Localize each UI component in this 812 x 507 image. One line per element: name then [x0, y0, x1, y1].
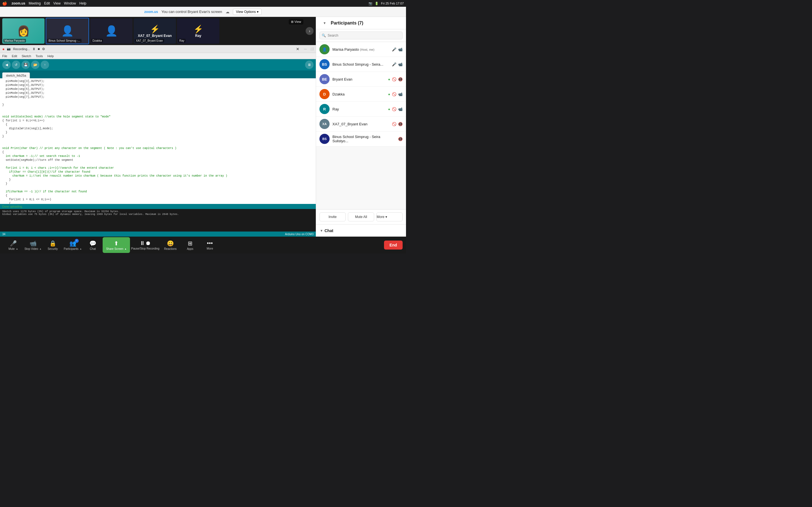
- ide-board-info: Arduino Uno on COM3: [285, 233, 313, 236]
- mic-icon-binus1[interactable]: 🎤: [392, 62, 396, 66]
- code-line: digitalWrite(seg[i],mode);: [2, 127, 313, 131]
- strip-next-arrow[interactable]: ›: [306, 27, 313, 35]
- toolbar-share-screen[interactable]: ⬆ Share Screen ▲: [103, 237, 130, 253]
- video-off-icon-ray[interactable]: 📹: [398, 107, 403, 111]
- close-button[interactable]: ✕: [296, 47, 299, 51]
- app-name[interactable]: zoom.us: [11, 1, 26, 5]
- participant-controls-bryant: ● 🚫 📵: [388, 77, 403, 81]
- avatar-bryant: BE: [319, 74, 329, 84]
- settings-icon[interactable]: ⚙: [42, 47, 45, 51]
- thumb-label-marisa: Marisa Paryasto: [3, 39, 26, 43]
- console-line-2: Global variables use 75 bytes (3%) of dy…: [2, 213, 313, 216]
- fullscreen-icon[interactable]: ⬜: [310, 47, 313, 50]
- view-options-button[interactable]: View Options ▾: [233, 9, 262, 15]
- avatar-dzakka: D: [319, 89, 329, 99]
- share-caret[interactable]: ▲: [124, 247, 126, 250]
- ide-save1-btn[interactable]: 💾: [21, 61, 30, 69]
- apple-icon[interactable]: 🍎: [2, 1, 7, 6]
- end-button[interactable]: End: [384, 240, 403, 249]
- ide-refresh-btn[interactable]: ↺: [12, 61, 20, 69]
- menu-window[interactable]: Window: [64, 1, 76, 5]
- toolbar-reactions[interactable]: 😀 Reactions: [160, 237, 180, 253]
- video-off-icon-bryant[interactable]: 📵: [398, 77, 403, 81]
- video-off-icon-dzakka[interactable]: 📹: [398, 92, 403, 96]
- participant-name-xa7: XA7_07_Bryant Evan: [333, 122, 389, 126]
- share-screen-icon: ⬆: [114, 240, 119, 247]
- stop-button[interactable]: ■: [38, 47, 40, 51]
- chat-collapse-icon[interactable]: ▾: [320, 229, 322, 233]
- toolbar-participants[interactable]: 👥 7 Participants ▲: [63, 237, 83, 253]
- panel-collapse-button[interactable]: ▾: [320, 19, 328, 27]
- more-button[interactable]: More ▾: [376, 212, 403, 221]
- video-thumb-xa7[interactable]: ⚡ XA7_07_Bryant Evan XA7_07_Bryant Evan: [134, 18, 176, 44]
- code-line: void Print(char Char) // print any chara…: [2, 147, 313, 151]
- notification-text: You can control Bryant Evan's screen: [161, 10, 222, 14]
- mic-muted-icon-dzakka[interactable]: 🚫: [392, 92, 396, 96]
- code-line: pinMode(seg[4],OUTPUT);: [2, 83, 313, 87]
- chat-label: Chat: [324, 228, 333, 233]
- menu-help[interactable]: Help: [80, 1, 87, 5]
- participant-item-ray: R Ray ● 🚫 📹: [316, 102, 406, 117]
- video-thumb-ray[interactable]: ⚡ Ray Ray: [177, 18, 219, 44]
- mic-muted-icon-ray[interactable]: 🚫: [392, 107, 396, 111]
- ide-menu-tools[interactable]: Tools: [36, 54, 43, 58]
- panel-footer: Invite Mute All More ▾: [316, 209, 406, 224]
- ide-save2-btn[interactable]: 📂: [31, 61, 40, 69]
- participants-caret[interactable]: ▲: [80, 247, 82, 250]
- toolbar-chat[interactable]: 💬 Chat: [83, 237, 103, 253]
- minimize-icon[interactable]: —: [304, 47, 307, 50]
- code-line: pinMode(seg[5],OUTPUT);: [2, 87, 313, 91]
- ide-menu-file[interactable]: File: [2, 54, 7, 58]
- search-input[interactable]: [319, 32, 403, 40]
- thumb-label-dzakka: Dzakka: [91, 39, 103, 43]
- video-off-icon-bs2[interactable]: 📵: [398, 137, 403, 141]
- pause-button[interactable]: ⏸: [32, 47, 36, 51]
- mute-icon: 🎤: [10, 240, 17, 247]
- mute-caret[interactable]: ▲: [16, 247, 18, 250]
- video-icon-marisa[interactable]: 📹: [398, 47, 403, 52]
- ide-menu-sketch[interactable]: Sketch: [22, 54, 31, 58]
- toolbar-apps[interactable]: ⊞ Apps: [180, 237, 200, 253]
- menu-meeting[interactable]: Meeting: [29, 1, 41, 5]
- participants-list: 👤 Marisa Paryasto (Host, me) 🎤 📹 BS Binu…: [316, 42, 406, 209]
- video-icon-binus1[interactable]: 📹: [398, 62, 403, 66]
- toolbar-more[interactable]: ••• More: [200, 237, 220, 253]
- code-line: [2, 111, 313, 115]
- ide-status-bar: Done uploading.: [0, 204, 316, 209]
- view-button[interactable]: ⊞ View: [289, 19, 303, 24]
- toolbar-mute[interactable]: 🎤 Mute ▲: [3, 237, 23, 253]
- mic-muted-icon-xa7[interactable]: 🚫: [392, 122, 396, 126]
- video-thumb-dzakka[interactable]: 👤 Dzakka: [90, 18, 133, 44]
- video-caret[interactable]: ▲: [39, 247, 42, 250]
- ide-up-btn[interactable]: ↑: [41, 61, 49, 69]
- ide-back-btn[interactable]: ◀: [2, 61, 11, 69]
- ide-monitor-btn[interactable]: 🖥: [305, 61, 313, 69]
- menu-edit[interactable]: Edit: [44, 1, 50, 5]
- ide-menu-edit[interactable]: Edit: [12, 54, 17, 58]
- search-icon: 🔍: [322, 34, 326, 38]
- ide-tab-sketch[interactable]: sketch_feb25a: [2, 72, 30, 78]
- menu-view[interactable]: View: [53, 1, 61, 5]
- zoom-logo: zoom.us: [144, 10, 158, 14]
- camera-icon: 📷: [368, 2, 372, 5]
- toolbar-pause-recording[interactable]: ⏸⏺ Pause/Stop Recording: [130, 237, 160, 253]
- mic-icon-marisa[interactable]: 🎤: [392, 47, 396, 52]
- video-off-icon-xa7[interactable]: 📵: [398, 122, 403, 126]
- toolbar-security[interactable]: 🔒 Security: [43, 237, 63, 253]
- toolbar-stop-video[interactable]: 📹 Stop Video ▲: [23, 237, 43, 253]
- share-screen-label: Share Screen: [106, 247, 123, 250]
- participant-name-bs2: Binus School Simprug - Seira Sulistyo...: [333, 135, 395, 143]
- right-panel: ▾ Participants (7) 🔍 👤 Marisa Paryasto (…: [316, 17, 406, 237]
- mic-muted-icon-bryant[interactable]: 🚫: [392, 77, 396, 81]
- more-chevron-icon: ▾: [386, 215, 387, 219]
- video-thumb-binus[interactable]: 👤 Binus School Simprug -...: [46, 18, 89, 44]
- video-thumb-marisa[interactable]: 👩 Marisa Paryasto: [2, 18, 45, 44]
- ide-code-area[interactable]: pinMode(seg[3],OUTPUT); pinMode(seg[4],O…: [0, 78, 316, 204]
- avatar-marisa: 👤: [319, 44, 329, 54]
- code-line: [2, 186, 313, 190]
- ide-menu-help[interactable]: Help: [47, 54, 54, 58]
- chat-panel[interactable]: ▾ Chat: [316, 224, 406, 237]
- mute-all-button[interactable]: Mute All: [348, 212, 374, 221]
- invite-button[interactable]: Invite: [319, 212, 346, 221]
- code-line: charNum = i;//set the reauslt number int…: [2, 174, 313, 178]
